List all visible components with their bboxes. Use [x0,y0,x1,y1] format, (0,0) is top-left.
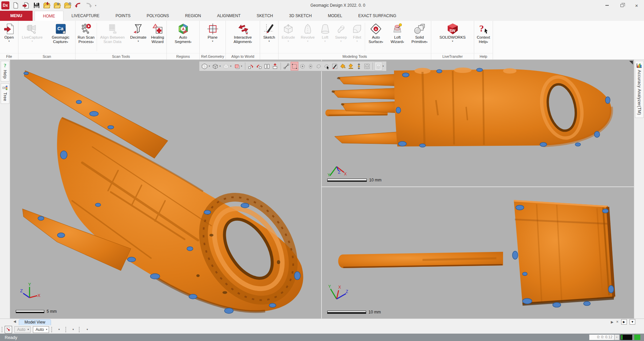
tab-alignment[interactable]: ALIGNMENT [209,11,249,21]
svg-text:Z: Z [346,289,348,294]
split-view-button[interactable] [263,62,271,71]
select-line-tool[interactable] [283,62,290,71]
ribbon-button-solidworks[interactable]: SW SOLIDWORKS ▾ [431,21,474,53]
viewport-corner-handle[interactable] [629,61,633,65]
caret-icon[interactable]: ▾ [209,65,211,68]
dock-tab-tree[interactable]: Tree [1,83,9,104]
ribbon-button-plane[interactable]: Plane ▾ [200,21,226,53]
ribbon-button-geomagic-capture[interactable]: Ca Geomagic Capture▾ [46,21,75,53]
progress-indicator [621,335,632,340]
dock-tab-help[interactable]: ? Help [1,61,9,82]
flip-normal-left-button[interactable] [247,62,255,71]
ribbon-button-decimate[interactable]: Decimate ▾ [128,21,149,53]
scale-bar-box [327,311,366,314]
select-circle-tool[interactable] [299,62,306,71]
view-tab-model-view[interactable]: Model View [19,319,51,325]
toolbar-overflow-caret-icon[interactable]: ▾ [87,328,88,331]
tab-menu[interactable]: MENU [0,11,33,21]
caret-icon[interactable]: ▾ [241,65,243,68]
ribbon-button-livecapture: LiveCapture ▾ [18,21,46,53]
import-icon[interactable] [43,1,51,9]
toolbar-grip[interactable] [2,327,2,332]
viewport-pane-side[interactable]: Y X Z 10 mm [322,187,634,318]
display-mode-region-button[interactable] [233,62,241,71]
selection-mode-button[interactable] [5,326,12,333]
toolbar-overflow-caret-icon[interactable]: ▾ [58,328,60,331]
select-custom-region-tool[interactable] [363,62,371,71]
ribbon-button-interactive-alignment[interactable]: Interactive Alignment▾ [226,21,260,53]
timer-caret-icon[interactable]: ▾ [614,335,619,340]
ribbon-button-sketch[interactable]: Sketch ▾ [260,21,278,53]
viewport-pane-main[interactable]: Y Z X 5 mm [10,60,321,318]
ribbon-button-auto-segment[interactable]: A Auto Segment▾ [167,21,199,53]
new-view-tab-button[interactable]: ▶ [621,319,627,325]
ribbon-button-loft-wizard[interactable]: Loft Wizard▾ [387,21,408,53]
screen-capture-button[interactable] [271,62,279,71]
ribbon-button-auto-surface[interactable]: A Auto Surface▾ [365,21,387,53]
ribbon-button-solid-primitive[interactable]: Solid Primitive▾ [408,21,431,53]
open-document-icon[interactable] [22,1,30,9]
tab-polygons[interactable]: POLYGONS [139,11,177,21]
toolbar-grip[interactable] [51,327,52,332]
tab-sketch[interactable]: SKETCH [249,11,281,21]
toolbar-grip[interactable] [79,327,80,332]
view-tab-close-icon[interactable]: × [616,319,618,324]
export-icon[interactable] [53,1,61,9]
select-ellipse-tool[interactable] [307,62,314,71]
ribbon-button-open[interactable]: Open ▾ [0,21,18,53]
ribbon-button-healing-wizard[interactable]: Healing Wizard [149,21,166,53]
select-extend-tool[interactable] [355,62,363,71]
ribbon-group-scan-tools: Run Scan Process▾ Align Between Scan Dat… [76,21,167,59]
caret-icon[interactable]: ▾ [230,65,233,68]
select-paintbrush-tool[interactable] [331,62,339,71]
select-lasso-pick-tool[interactable] [323,62,331,71]
save-icon[interactable] [33,1,41,9]
tab-points[interactable]: POINTS [107,11,139,21]
accuracy-analyzer-icon [636,63,642,68]
ribbon-button-run-scan-process[interactable]: Run Scan Process▾ [76,21,97,53]
snap-mode-combo[interactable]: Auto▾ [33,326,49,333]
ribbon-button-context-help[interactable]: ? Context Help▾ [474,21,493,53]
tab-livecapture[interactable]: LIVECAPTURE [63,11,107,21]
select-lasso-tool[interactable] [315,62,323,71]
decimate-icon [133,23,144,35]
new-document-icon[interactable] [12,1,20,9]
tab-exact-surfacing[interactable]: EXACT SURFACING [350,11,404,21]
display-mode-shaded-button[interactable] [211,62,219,71]
select-flood-region-tool[interactable] [347,62,355,71]
group-label-sketch [260,53,278,59]
tab-3d-sketch[interactable]: 3D SKETCH [281,11,320,21]
auto-surface-caret-icon: ▾ [382,41,383,44]
toolbar-overflow-caret-icon[interactable]: ▾ [72,328,74,331]
select-flood-fill-tool[interactable] [339,62,347,71]
ribbon-group-scan: LiveCapture ▾ Ca Geomagic Capture▾ Scan [18,21,76,59]
toolbar-grip[interactable] [65,327,66,332]
tab-region[interactable]: REGION [177,11,209,21]
bottom-toolbar: Auto▾ Auto▾ ▾ ▾ ▾ [0,325,644,334]
group-label-livetransfer: LiveTransfer [431,53,474,59]
close-button[interactable]: × [629,0,644,11]
extrude-caret-icon: ▾ [288,40,289,43]
quick-access-caret-icon[interactable]: ▾ [95,4,96,7]
dock-tab-accuracy-analyzer[interactable]: Accuracy Analyzer(TM) [635,61,644,118]
tab-model[interactable]: MODEL [320,11,350,21]
view-tab-list-button[interactable]: ▼ [630,319,635,325]
capture-folder-icon[interactable] [64,1,72,9]
window-controls: × [600,0,644,11]
display-mode-mesh-button[interactable] [201,62,208,71]
combo-caret-icon: ▾ [28,328,29,331]
view-tabs-next-icon[interactable]: ▶ [611,320,613,324]
flip-normal-right-button[interactable] [255,62,263,71]
caret-icon[interactable]: ▾ [219,65,222,68]
select-rectangle-tool[interactable] [291,62,298,71]
minimize-button[interactable] [600,0,614,11]
ribbon: Open ▾ File LiveCapture ▾ Ca Geomagic Ca… [0,21,644,60]
view-tabs-prev-icon[interactable]: ◀ [13,319,16,323]
tab-home[interactable]: HOME [35,11,63,21]
undo-icon[interactable] [74,1,82,9]
tree-icon [2,85,8,91]
viewport-pane-top[interactable]: Y Z X 10 mm [322,60,634,186]
open-caret-icon: ▾ [8,40,10,43]
restore-button[interactable] [614,0,629,11]
caret-icon[interactable]: ▾ [383,65,385,68]
